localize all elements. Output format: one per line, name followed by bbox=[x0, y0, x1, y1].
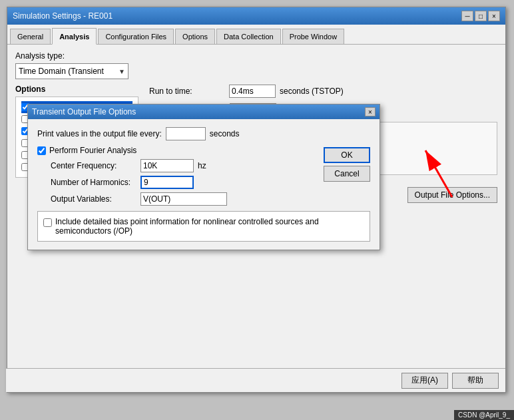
help-button[interactable]: 帮助 bbox=[452, 373, 499, 389]
tab-analysis[interactable]: Analysis bbox=[52, 28, 97, 45]
fourier-checkbox[interactable] bbox=[37, 146, 46, 155]
fourier-label: Perform Fourier Analysis bbox=[49, 146, 136, 155]
watermark: CSDN @April_9_ bbox=[454, 410, 514, 420]
apply-button[interactable]: 应用(A) bbox=[401, 373, 448, 389]
window-title: Simulation Settings - RE001 bbox=[13, 11, 113, 21]
dropdown-arrow-icon: ▼ bbox=[119, 68, 125, 75]
include-bias-label: Include detailed bias point information … bbox=[55, 217, 364, 236]
center-freq-label: Center Frequency: bbox=[51, 161, 140, 170]
fourier-fields: Center Frequency: hz Number of Harmonics… bbox=[51, 159, 370, 206]
output-vars-row: Output Variables: bbox=[51, 192, 370, 206]
tab-configuration-files[interactable]: Configuration Files bbox=[98, 29, 174, 44]
run-to-time-label: Run to time: bbox=[149, 87, 229, 96]
bottom-bar: 应用(A) 帮助 bbox=[6, 368, 505, 392]
print-values-label: Print values in the output file every: bbox=[37, 129, 162, 138]
center-freq-unit: hz bbox=[198, 161, 206, 170]
main-window: Simulation Settings - RE001 ─ □ × Genera… bbox=[7, 7, 506, 393]
maximize-button[interactable]: □ bbox=[475, 11, 487, 21]
analysis-type-dropdown[interactable]: Time Domain (Transient ▼ bbox=[15, 63, 128, 79]
options-title: Options bbox=[15, 85, 138, 94]
dialog-button-group: OK Cancel bbox=[324, 147, 370, 182]
tab-probe-window[interactable]: Probe Window bbox=[282, 29, 345, 44]
harmonics-label: Number of Harmonics: bbox=[51, 178, 140, 187]
include-bias-checkbox[interactable] bbox=[43, 218, 52, 227]
minimize-button[interactable]: ─ bbox=[461, 11, 473, 21]
tab-bar: General Analysis Configuration Files Opt… bbox=[7, 25, 505, 45]
analysis-type-label: Analysis type: bbox=[15, 51, 497, 61]
tab-options[interactable]: Options bbox=[175, 29, 215, 44]
output-file-options-button[interactable]: Output File Options... bbox=[407, 187, 497, 203]
transient-output-dialog: Transient Output File Options × OK Cance… bbox=[27, 104, 380, 250]
dialog-ok-button[interactable]: OK bbox=[324, 147, 370, 163]
output-vars-label: Output Variables: bbox=[51, 194, 140, 204]
title-bar: Simulation Settings - RE001 ─ □ × bbox=[7, 7, 505, 25]
dialog-close-button[interactable]: × bbox=[365, 107, 376, 116]
harmonics-input[interactable] bbox=[140, 176, 194, 189]
dialog-title-bar: Transient Output File Options × bbox=[28, 105, 380, 119]
center-freq-row: Center Frequency: hz bbox=[51, 159, 370, 172]
tab-data-collection[interactable]: Data Collection bbox=[216, 29, 281, 44]
center-freq-input[interactable] bbox=[140, 159, 194, 172]
close-button[interactable]: × bbox=[488, 11, 500, 21]
run-to-time-input[interactable] bbox=[229, 85, 276, 98]
run-to-time-row: Run to time: seconds (TSTOP) bbox=[149, 85, 497, 98]
dialog-cancel-button[interactable]: Cancel bbox=[324, 166, 370, 182]
print-values-unit: seconds bbox=[210, 129, 240, 138]
run-to-time-unit: seconds (TSTOP) bbox=[280, 87, 344, 96]
print-values-row: Print values in the output file every: s… bbox=[37, 127, 370, 140]
window-controls: ─ □ × bbox=[461, 11, 500, 21]
fourier-checkbox-row: Perform Fourier Analysis bbox=[37, 146, 370, 155]
analysis-type-value: Time Domain (Transient bbox=[19, 67, 104, 76]
print-values-input[interactable] bbox=[166, 127, 206, 140]
include-bias-row: Include detailed bias point information … bbox=[43, 217, 364, 236]
dialog-title: Transient Output File Options bbox=[32, 107, 136, 116]
harmonics-row: Number of Harmonics: bbox=[51, 176, 370, 189]
dialog-content: OK Cancel Print values in the output fil… bbox=[28, 119, 380, 250]
include-bias-box: Include detailed bias point information … bbox=[37, 211, 370, 242]
tab-general[interactable]: General bbox=[10, 29, 51, 44]
output-vars-input[interactable] bbox=[140, 192, 227, 206]
